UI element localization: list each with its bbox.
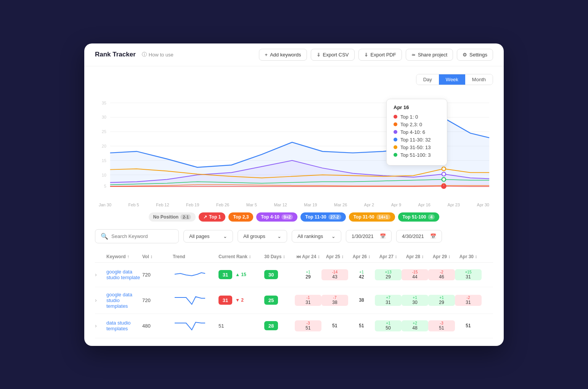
filter-badges: No Position 2-1 ↗ Top 1 Top 2,3 Top 4-10…: [95, 212, 493, 222]
expand-button-1[interactable]: ›: [95, 272, 106, 278]
month-button[interactable]: Month: [465, 74, 493, 85]
keyword-link-3[interactable]: data studio templates: [106, 320, 131, 331]
apr26-cell-1: +1 42: [348, 270, 375, 280]
keyword-link-1[interactable]: google data studio template: [106, 269, 140, 280]
badge-top1[interactable]: ↗ Top 1: [199, 212, 225, 222]
badge-top51100[interactable]: Top 51-100 4: [398, 212, 440, 222]
col-vol-header[interactable]: Vol ↕: [142, 254, 173, 259]
col-apr26-header: Apr 26 ↕: [348, 254, 375, 259]
badge-top3150[interactable]: Top 31-50 14+1: [349, 212, 395, 222]
app-title: Rank Tracker: [95, 51, 136, 58]
date-from-filter[interactable]: 1/30/2021 📅: [346, 230, 392, 243]
table-header: Keyword ↑ Vol ↕ Trend Current Rank ↕ 30 …: [95, 251, 493, 263]
share-icon: ≃: [411, 52, 416, 58]
tooltip-label-2: Top 2,3: 0: [400, 122, 422, 127]
rank-cell-2: 31 ▼ 2: [218, 296, 264, 305]
col-apr27-header: Apr 27 ↕: [375, 254, 402, 259]
groups-dropdown[interactable]: All groups ⌄: [238, 230, 287, 243]
week-button[interactable]: Week: [439, 74, 465, 85]
top-bar-right: + Add keywords ⇓ Export CSV ⇓ Export PDF…: [259, 49, 493, 61]
settings-button[interactable]: ⚙ Settings: [457, 49, 493, 61]
apr28-cell-1: -15 44: [402, 269, 428, 280]
tooltip-row-4: Top 11-30: 32: [394, 137, 440, 143]
apr30-cell-3: 51: [455, 323, 482, 328]
badge-no-position[interactable]: No Position 2-1: [149, 212, 196, 222]
apr27-cell-3: +1 50: [375, 320, 402, 331]
tooltip-dot-3: [394, 130, 397, 134]
tooltip-label-3: Top 4-10: 6: [400, 129, 425, 135]
pages-dropdown[interactable]: All pages ⌄: [183, 230, 233, 243]
apr29-cell-1: -2 46: [428, 269, 455, 280]
tooltip-dot-5: [394, 145, 397, 149]
main-content: Day Week Month 35 30 25 20 15: [84, 66, 504, 346]
x-axis: Jan 30 Feb 5 Feb 12 Feb 19 Feb 26 Mar 5 …: [95, 203, 493, 207]
col-apr28-header: Apr 28 ↕: [402, 254, 428, 259]
badge-top410[interactable]: Top 4-10 9+2: [256, 212, 297, 222]
x-label-5: Feb 26: [216, 203, 229, 207]
rankings-label: All rankings: [297, 233, 323, 239]
date-to-filter[interactable]: 4/30/2021 📅: [396, 230, 442, 243]
keyword-cell-1: google data studio template: [106, 269, 142, 280]
svg-text:25: 25: [102, 129, 106, 134]
apr28-cell-3: +2 48: [402, 320, 428, 331]
col-nav-header: [482, 254, 493, 259]
x-label-7: Mar 12: [274, 203, 287, 207]
date-to-label: 4/30/2021: [402, 233, 424, 239]
export-pdf-button[interactable]: ⇓ Export PDF: [358, 49, 402, 61]
expand-button-2[interactable]: ›: [95, 297, 106, 303]
rankings-dropdown[interactable]: All rankings ⌄: [292, 230, 341, 243]
badge-top3150-label: Top 31-50: [353, 214, 374, 220]
col-keyword-header[interactable]: Keyword ↑: [106, 254, 142, 259]
badge-top23[interactable]: Top 2,3: [228, 212, 253, 222]
svg-text:10: 10: [102, 172, 106, 177]
trend-up-icon: ↗: [203, 214, 207, 220]
day-button[interactable]: Day: [416, 74, 439, 85]
col-apr24-header: ⏮ Apr 24 ↕: [295, 254, 321, 259]
time-switcher-group: Day Week Month: [416, 74, 493, 85]
trend-cell-3: [173, 318, 218, 333]
share-project-button[interactable]: ≃ Share project: [406, 49, 453, 61]
keyword-link-2[interactable]: google data studio templates: [106, 292, 132, 309]
apr24-cell-2: -1 31: [295, 295, 321, 306]
tooltip-row-2: Top 2,3: 0: [394, 122, 440, 127]
add-keywords-button[interactable]: + Add keywords: [259, 49, 307, 61]
tooltip-label-4: Top 11-30: 32: [400, 137, 431, 143]
pages-label: All pages: [189, 233, 209, 239]
x-label-3: Feb 12: [156, 203, 169, 207]
days30-cell-2: 25: [264, 296, 295, 305]
search-input[interactable]: [111, 233, 173, 239]
filter-bar: 🔍 All pages ⌄ All groups ⌄ All rankings …: [95, 229, 493, 243]
vol-cell-2: 720: [142, 297, 173, 303]
col-30days-header[interactable]: 30 Days ↕: [264, 254, 295, 259]
badge-top1130[interactable]: Top 11-30 27-2: [300, 212, 345, 222]
apr30-cell-1: +15 31: [455, 269, 482, 280]
apr25-cell-3: 51: [321, 323, 348, 328]
trend-cell-1: [173, 267, 218, 282]
gear-icon: ⚙: [463, 52, 467, 58]
col-rank-header[interactable]: Current Rank ↕: [218, 254, 264, 259]
expand-button-3[interactable]: ›: [95, 323, 106, 329]
vol-cell-1: 720: [142, 272, 173, 278]
export-csv-button[interactable]: ⇓ Export CSV: [311, 49, 355, 61]
col-apr29-header: Apr 29 ↕: [428, 254, 455, 259]
rank-cell-1: 31 ▲ 15: [218, 270, 264, 279]
tooltip-label-5: Top 31-50: 13: [400, 145, 431, 150]
apr25-cell-2: -7 38: [321, 295, 348, 306]
calendar-icon: 📅: [380, 233, 386, 239]
apr26-cell-2: 38: [348, 297, 375, 303]
date-from-label: 1/30/2021: [352, 233, 374, 239]
x-label-14: Apr 30: [477, 203, 489, 207]
rank-badge-2: 31: [218, 296, 232, 305]
how-to-use-button[interactable]: ⓘ How to use: [142, 51, 174, 58]
x-label-6: Mar 5: [246, 203, 257, 207]
tooltip-row-5: Top 31-50: 13: [394, 145, 440, 150]
rank-badge-1: 31: [218, 270, 232, 279]
days30-badge-1: 30: [264, 270, 278, 279]
change-val-1: ▲ 15: [235, 272, 246, 277]
search-box[interactable]: 🔍: [95, 229, 179, 243]
apr26-cell-3: 51: [348, 323, 375, 328]
badge-no-pos-count: 2-1: [180, 214, 191, 220]
plus-icon: +: [265, 52, 268, 58]
x-label-2: Feb 5: [129, 203, 139, 207]
download-pdf-icon: ⇓: [364, 52, 368, 58]
